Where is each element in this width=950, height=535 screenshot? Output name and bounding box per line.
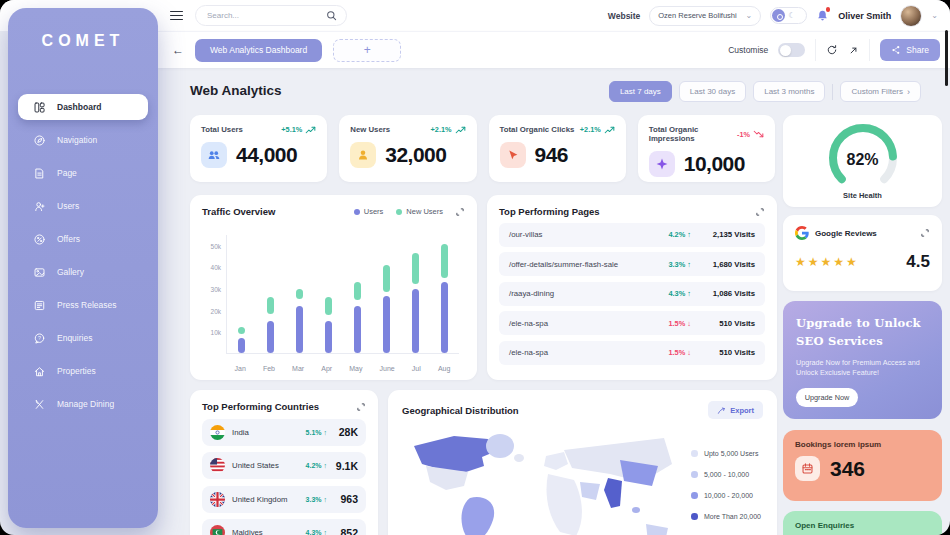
custom-filters-button[interactable]: Custom Filters ›: [840, 81, 921, 102]
sidebar-item-enquiries[interactable]: ? Enquiries: [18, 325, 148, 351]
new-users-bar: [325, 297, 332, 315]
bar-group-apr[interactable]: [325, 235, 332, 353]
offers-icon: [33, 233, 46, 246]
bar-group-aug[interactable]: [441, 235, 448, 353]
filter-last-3-months[interactable]: Last 3 months: [753, 81, 825, 102]
bar-group-feb[interactable]: [267, 235, 274, 353]
expand-card-icon[interactable]: [455, 207, 465, 217]
page-row--ele-na-spa[interactable]: /ele-na-spa 1.5% ↓ 510 Visits: [499, 341, 765, 365]
tab-web-analytics-dashboard[interactable]: Web Analytics Dashboard: [195, 39, 322, 62]
traffic-chart: 10k20k30k40k50k: [204, 235, 463, 354]
trend-up-icon: [305, 126, 316, 134]
x-label: Aug: [438, 365, 450, 372]
sidebar-item-users[interactable]: Users: [18, 193, 148, 219]
top-pages-title: Top Performing Pages: [499, 206, 600, 217]
sparkle-icon: [649, 151, 675, 177]
back-arrow-icon[interactable]: ←: [172, 43, 184, 57]
sidebar-item-press-releases[interactable]: Press Releases: [18, 292, 148, 318]
users-bar: [354, 306, 361, 353]
gallery-icon: [33, 266, 46, 279]
country-name: United Kingdom: [232, 495, 287, 504]
search-field[interactable]: [195, 5, 347, 26]
kpi-row: Total Users +5.1% 44,000 New Users +2.1%…: [190, 115, 775, 182]
filter-last-30-days[interactable]: Last 30 days: [679, 81, 746, 102]
page-row--our-villas[interactable]: /our-villas 4.2% ↑ 2,135 Visits: [499, 223, 765, 247]
press-icon: [33, 299, 46, 312]
top-countries-card: Top Performing Countries India 5.1% ↑ 28…: [190, 390, 378, 535]
y-tick: 10k: [211, 329, 221, 336]
x-label: June: [380, 365, 395, 372]
sidebar-item-dashboard[interactable]: Dashboard: [18, 94, 148, 120]
users-bar: [325, 321, 332, 353]
y-tick: 20k: [211, 307, 221, 314]
kpi-label: New Users: [350, 125, 390, 134]
sidebar-item-label: Page: [57, 168, 77, 178]
sidebar-item-offers[interactable]: Offers: [18, 226, 148, 252]
expand-card-icon[interactable]: [755, 207, 765, 217]
chart-legend: UsersNew Users: [354, 207, 443, 216]
sidebar-menu: Dashboard Navigation Page Users Offers G…: [8, 94, 158, 417]
tabbar: ← Web Analytics Dashboard + Customise Sh…: [158, 31, 950, 68]
country-trend: 3.3% ↑: [306, 496, 327, 503]
bar-group-may[interactable]: [354, 235, 361, 353]
kpi-total-users: Total Users +5.1% 44,000: [190, 115, 327, 182]
kpi-trend: +5.1%: [281, 125, 316, 134]
search-input[interactable]: [207, 11, 326, 20]
x-label: May: [349, 365, 362, 372]
website-select[interactable]: Ozen Reserve Bolifushi ⌄: [649, 6, 761, 26]
country-row-united-kingdom[interactable]: United Kingdom 3.3% ↑ 963: [202, 486, 366, 513]
country-row-maldives[interactable]: Maldives 4.3% ↑ 852: [202, 519, 366, 535]
expand-card-icon[interactable]: [920, 228, 930, 238]
page-visits: 1,086 Visits: [691, 289, 755, 298]
country-row-india[interactable]: India 5.1% ↑ 28K: [202, 419, 366, 446]
scrollbar[interactable]: [945, 30, 948, 86]
page-row--offer-details-summer-flash-sale[interactable]: /offer-details/summer-flash-sale 3.3% ↑ …: [499, 252, 765, 276]
customise-toggle[interactable]: [778, 43, 805, 57]
bar-group-jul[interactable]: [412, 235, 419, 353]
expand-diagonal-icon[interactable]: [848, 45, 859, 56]
country-name: Maldives: [232, 528, 263, 535]
export-arrow-icon: [717, 406, 726, 415]
avatar[interactable]: [900, 5, 922, 27]
bar-group-mar[interactable]: [296, 235, 303, 353]
share-button[interactable]: Share: [880, 39, 940, 61]
x-label: Feb: [263, 365, 275, 372]
expand-card-icon[interactable]: [356, 402, 366, 412]
sidebar-item-gallery[interactable]: Gallery: [18, 259, 148, 285]
page-trend: 1.5% ↓: [668, 319, 691, 328]
filter-last-7-days[interactable]: Last 7 days: [609, 81, 672, 102]
google-logo-icon: [795, 226, 809, 240]
page-path: /ele-na-spa: [509, 319, 548, 328]
search-icon: [326, 10, 337, 21]
sidebar-item-properties[interactable]: Properties: [18, 358, 148, 384]
hamburger-menu-icon[interactable]: [170, 11, 183, 21]
sidebar-item-manage-dining[interactable]: Manage Dining: [18, 391, 148, 417]
sidebar-item-label: Users: [57, 201, 79, 211]
trend-up-icon: [604, 126, 615, 134]
star-rating: ★★★★★: [795, 255, 859, 269]
bar-group-jan[interactable]: [238, 235, 245, 353]
google-reviews-card: Google Reviews ★★★★★ 4.5: [783, 215, 942, 291]
add-tab-button[interactable]: +: [333, 39, 401, 62]
users-bar: [412, 289, 419, 353]
user-single-icon: [350, 142, 376, 168]
kpi-label: Total Organic Clicks: [500, 125, 575, 134]
sidebar-item-page[interactable]: Page: [18, 160, 148, 186]
y-tick: 30k: [211, 286, 221, 293]
flag-maldives-icon: [210, 525, 225, 535]
notifications-bell-icon[interactable]: [816, 9, 829, 22]
export-button[interactable]: Export: [708, 401, 763, 419]
world-map: [396, 424, 676, 535]
profile-chevron-icon[interactable]: ⌄: [931, 12, 938, 20]
theme-toggle[interactable]: ☾: [770, 7, 807, 24]
sidebar-item-navigation[interactable]: Navigation: [18, 127, 148, 153]
country-row-united-states[interactable]: United States 4.2% ↑ 9.1K: [202, 452, 366, 479]
new-users-bar: [412, 253, 419, 284]
upgrade-now-button[interactable]: Upgrade Now: [796, 388, 858, 407]
calendar-icon: [795, 456, 820, 481]
page-row--raaya-dining[interactable]: /raaya-dining 4.3% ↑ 1,086 Visits: [499, 282, 765, 306]
bar-group-june[interactable]: [383, 235, 390, 353]
upgrade-body: Upgrade Now for Premium Access and Unloc…: [796, 358, 929, 379]
refresh-icon[interactable]: [826, 44, 838, 56]
page-row--ele-na-spa[interactable]: /ele-na-spa 1.5% ↓ 510 Visits: [499, 311, 765, 335]
